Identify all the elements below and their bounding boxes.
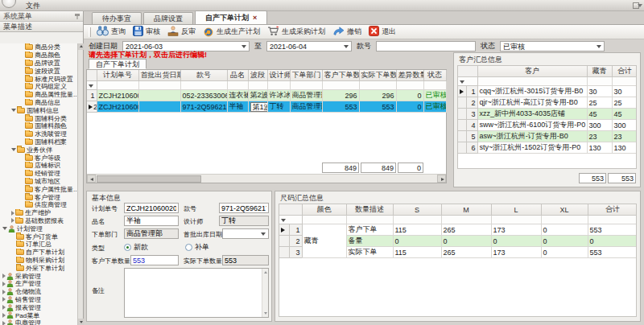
designer-input[interactable] (219, 216, 269, 226)
filter-cell[interactable] (477, 77, 587, 86)
close-tab-icon[interactable]: × (253, 11, 257, 24)
cell[interactable] (138, 90, 180, 101)
column-header[interactable]: XL (541, 204, 588, 216)
sidebar-item[interactable]: 尺码组定义 (0, 83, 77, 91)
plan-no-input[interactable] (124, 203, 179, 213)
table-row[interactable]: 3xzz_新中州4033-4035店铺4545 (458, 109, 637, 120)
cell[interactable]: 296 (359, 90, 396, 101)
remark-scrollbar[interactable] (262, 269, 268, 317)
column-header[interactable]: 波段 (248, 70, 267, 81)
expand-arrow-icon[interactable] (11, 109, 16, 112)
sidebar-item[interactable]: 面辅料颜色 (0, 122, 77, 130)
filter-cell[interactable] (359, 81, 396, 90)
table-row[interactable]: 2qjr~浙江杭州-高江订货专用-B02525 (458, 97, 637, 109)
column-header[interactable]: 实际下单数量 (359, 70, 396, 81)
approve-button[interactable]: 审核 (130, 25, 165, 39)
sidebar-item[interactable]: 店铺标识 (0, 162, 77, 170)
cell[interactable]: 半袖 (227, 101, 248, 113)
sidebar-item[interactable]: 外采下单计划 (0, 264, 77, 272)
sidebar-item[interactable]: 生产维护 (0, 209, 77, 217)
scroll-right-icon[interactable] (437, 175, 446, 183)
row-selector[interactable] (458, 86, 466, 97)
ship-date-combo[interactable] (222, 228, 269, 239)
sidebar-item[interactable]: 仓储物流 (0, 288, 77, 296)
column-header[interactable]: M (441, 204, 491, 216)
desc-cell[interactable]: 实际下单 (346, 247, 393, 258)
customer-cell[interactable]: cqq~浙江杭州-3015订货专用-B0 (477, 86, 587, 97)
reject-button[interactable]: 反审 (165, 25, 200, 39)
expand-arrow-icon[interactable] (2, 227, 7, 230)
expand-arrow-icon[interactable] (11, 148, 16, 151)
sidebar-item[interactable]: 客户管理 (0, 193, 77, 201)
filter-cell[interactable] (612, 77, 637, 86)
sidebar-item[interactable]: 业务伙伴 (0, 146, 77, 154)
sidebar-item[interactable]: 水洗唛管理 (0, 130, 77, 138)
column-header[interactable]: 计划单号 (97, 70, 138, 81)
expand-arrow-icon[interactable] (11, 218, 14, 223)
radio-new-style[interactable]: 新款 (124, 242, 148, 253)
cell[interactable] (138, 101, 180, 113)
filter-cell[interactable] (302, 216, 346, 224)
total-cell[interactable]: 130 (612, 142, 637, 154)
sidebar-item[interactable]: 采购管理 (0, 272, 77, 280)
table-row[interactable]: 1ZCJH21060024052-23363006-1连衣裙第2波许冰冰商品管理… (87, 90, 446, 101)
filter-cell[interactable] (423, 81, 446, 90)
exit-button[interactable]: 退出 (366, 25, 401, 39)
sidebar-item[interactable]: 物料采购计划 (0, 257, 77, 265)
sidebar-item[interactable]: 供应商管理 (0, 201, 77, 209)
column-header[interactable]: 藏青 (587, 66, 612, 77)
sidebar-item[interactable]: 商品属性批量... (0, 91, 77, 99)
filter-cell[interactable] (248, 81, 267, 90)
desc-cell[interactable]: 客户下单 (346, 224, 393, 236)
cell[interactable]: 0 (396, 101, 423, 113)
size-qty-cell[interactable]: 0 (541, 236, 588, 247)
style-no-input[interactable] (376, 41, 476, 51)
row-selector[interactable] (458, 131, 466, 142)
row-selector[interactable] (458, 120, 466, 131)
size-qty-cell[interactable]: 0 (441, 236, 491, 247)
sidebar-item[interactable]: Pad菜单 (0, 311, 77, 319)
column-header[interactable]: 合计 (588, 204, 637, 216)
column-header[interactable]: 款号 (180, 70, 227, 81)
size-qty-cell[interactable]: 0 (541, 247, 588, 258)
sidebar-item[interactable]: 面辅料档案 (0, 138, 77, 146)
filter-cell[interactable] (541, 216, 588, 224)
customer-cell[interactable]: xzz_新中州4033-4035店铺 (477, 109, 587, 120)
cell[interactable]: 553 (322, 101, 359, 113)
cell[interactable]: 第1波 (248, 101, 267, 113)
undo-button[interactable]: 撤销 (330, 26, 366, 39)
cell[interactable]: ZCJH21060020 (97, 101, 138, 113)
total-cell[interactable]: 553 (588, 247, 637, 258)
size-qty-cell[interactable]: 0 (491, 236, 541, 247)
total-cell[interactable]: 30 (612, 86, 637, 97)
sidebar-item[interactable]: 标准尺码设置 (0, 75, 77, 83)
cell[interactable]: 第2波 (248, 90, 267, 101)
cell[interactable]: ZCJH21060024 (97, 90, 138, 101)
filter-cell[interactable] (346, 216, 393, 224)
size-qty-cell[interactable]: 0 (541, 224, 588, 236)
qty-cell[interactable]: 300 (587, 120, 612, 131)
sidebar-item[interactable]: 面辅料分类 (0, 114, 77, 122)
qty-cell[interactable]: 130 (587, 142, 612, 154)
sidebar-item[interactable]: 商品分类 (0, 43, 77, 51)
menu-file[interactable]: 文件 (23, 1, 43, 11)
row-selector[interactable] (458, 109, 466, 120)
expand-arrow-icon[interactable] (2, 274, 6, 278)
size-qty-cell[interactable]: 173 (491, 247, 541, 258)
sidebar-item[interactable]: 面辅料信息 (0, 106, 77, 114)
column-header[interactable]: 品名 (227, 70, 248, 81)
filter-cell[interactable] (227, 81, 248, 90)
row-selector[interactable] (279, 224, 289, 236)
customer-qty-input[interactable] (130, 255, 179, 265)
customer-cell[interactable]: sty~浙江杭州-1502订货专用-P0 (477, 142, 587, 154)
column-header[interactable]: 客户 (477, 66, 587, 77)
filter-cell[interactable] (267, 81, 290, 90)
filter-cell[interactable] (97, 81, 138, 90)
gen-production-button[interactable]: 生成生产计划 (200, 25, 265, 39)
total-cell[interactable]: 25 (612, 97, 637, 109)
pin-icon[interactable] (74, 13, 80, 20)
sidebar-item[interactable]: 报表管理 (0, 303, 77, 311)
sidebar-item[interactable]: 商品信息 (0, 99, 77, 107)
dept-input[interactable] (124, 228, 179, 239)
sidebar-item[interactable]: 销售管理 (0, 296, 77, 304)
